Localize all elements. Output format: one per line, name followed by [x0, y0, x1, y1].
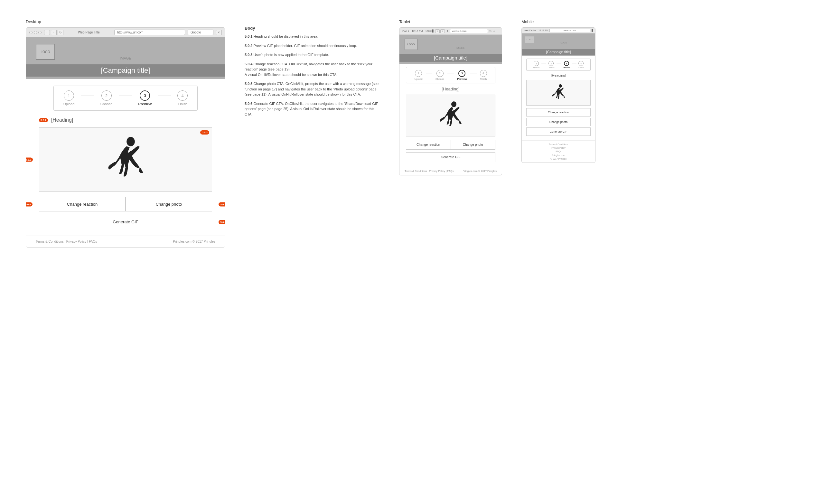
- step-circle-1: 1: [64, 90, 74, 101]
- mobile-change-reaction-btn[interactable]: Change reaction: [526, 108, 591, 116]
- change-reaction-button[interactable]: Change reaction: [39, 197, 125, 211]
- tablet-step-2: 2 Choose: [435, 70, 444, 81]
- search-bar[interactable]: Google: [188, 30, 213, 35]
- mobile-step-2: 2 Choose: [548, 61, 554, 69]
- mobile-silhouette-icon: [549, 81, 568, 104]
- tablet-footer-left: Terms & Conditions | Privacy Policy | FA…: [405, 170, 453, 173]
- step-1: 1 Upload: [64, 90, 75, 106]
- tablet-gif-box: [406, 95, 495, 136]
- step-2: 2 Choose: [100, 90, 113, 106]
- step-label-1: Upload: [64, 102, 75, 106]
- close-button[interactable]: ✕: [216, 30, 222, 35]
- mobile-campaign-title: [Campaign title]: [522, 49, 595, 55]
- mobile-footer: Terms & Conditions Privacy Policy FAQs P…: [522, 140, 595, 163]
- steps-row: 1 Upload 2 Choose 3 Preview: [54, 86, 198, 111]
- mobile-footer-line5: © 2017 Pringles: [525, 157, 592, 161]
- gif-badge: 5.0.2: [26, 158, 33, 162]
- mobile-image-label: IMAGE: [560, 41, 568, 44]
- mobile-step-label-2: Choose: [548, 67, 554, 69]
- refresh-button[interactable]: ↻: [58, 30, 64, 35]
- tablet-step-label-4: Finish: [480, 78, 487, 81]
- body-item-num-504: 5.0.4: [245, 62, 252, 66]
- mobile-content: 1 Upload 2 Choose 3 Preview: [522, 56, 595, 140]
- mobile-heading: [Heading]: [526, 73, 591, 77]
- url-bar[interactable]: http://www.url.com: [114, 30, 185, 35]
- tablet-step-circle-1: 1: [415, 70, 422, 77]
- steps-container: 1 Upload 2 Choose 3 Preview: [26, 79, 225, 114]
- body-item-505: 5.0.5 Change photo CTA. OnClick/Hit, pro…: [245, 81, 380, 97]
- image-label: IMAGE: [120, 56, 131, 60]
- body-item-num-505: 5.0.5: [245, 82, 252, 86]
- tablet-generate-gif-btn[interactable]: Generate GIF: [406, 152, 495, 162]
- tablet-step-circle-3: 3: [458, 70, 466, 77]
- body-item-502: 5.0.2 Preview GIF placeholder. GIF anima…: [245, 43, 380, 48]
- gif-preview-box: 5.0.2 5.0.3: [39, 127, 212, 192]
- change-photo-button[interactable]: Change photo: [125, 197, 212, 211]
- tablet-back-btn[interactable]: ‹: [435, 29, 440, 33]
- mobile-connector-1: [541, 63, 546, 64]
- silhouette-icon: [100, 134, 151, 185]
- body-item-text-502: Preview GIF placeholder. GIF animation s…: [253, 44, 357, 47]
- tablet-battery: 100%▊: [425, 30, 433, 32]
- tablet-step-label-3: Preview: [457, 78, 467, 81]
- mobile-section: Mobile •••••• Carrier 12:13 PM www.url.c…: [521, 19, 596, 163]
- mobile-step-circle-3: 3: [564, 61, 569, 66]
- mobile-step-label-4: Finish: [579, 67, 584, 69]
- tablet-refresh-icon[interactable]: ↻: [489, 30, 492, 33]
- body-item-text-503: User's photo is now applied to the GIF t…: [253, 53, 329, 57]
- browser-chrome: ‹ › ↻ Web Page Title http://www.url.com …: [26, 28, 225, 37]
- step-4: 4 Finish: [177, 90, 188, 106]
- back-button[interactable]: ‹: [44, 30, 50, 35]
- tablet-change-reaction-btn[interactable]: Change reaction: [406, 140, 451, 149]
- tablet-footer-right: Pringles.com © 2017 Pringles: [463, 170, 497, 173]
- tablet-step-3: 3 Preview: [457, 70, 467, 81]
- body-item-text-505: Change photo CTA. OnClick/Hit, prompts t…: [245, 82, 379, 96]
- mobile-step-4: 4 Finish: [579, 61, 584, 69]
- tablet-url-bar[interactable]: www.url.com: [450, 29, 488, 33]
- body-item-text-501: Heading should be displayed in this area…: [253, 34, 318, 38]
- campaign-title: [Campaign title]: [26, 64, 225, 77]
- tablet-browser-chrome: iPad ▾ 12:13 PM 100%▊ ‹ › ⬆ www.url.com …: [399, 28, 502, 35]
- body-item-num-503: 5.0.3: [245, 53, 252, 57]
- body-item-num-501: 5.0.1: [245, 34, 252, 38]
- forward-button[interactable]: ›: [51, 30, 57, 35]
- body-item-501: 5.0.1 Heading should be displayed in thi…: [245, 34, 380, 39]
- step-label-4: Finish: [178, 102, 187, 106]
- desktop-site-body: LOGO IMAGE [Campaign title] 1 Upload 2: [26, 37, 225, 247]
- tablet-bookmark-icon[interactable]: ☆: [493, 30, 495, 33]
- tablet-change-photo-btn[interactable]: Change photo: [451, 140, 496, 149]
- mobile-steps-row: 1 Upload 2 Choose 3 Preview: [526, 59, 591, 71]
- change-photo-badge: 5.0.5: [219, 202, 225, 206]
- mobile-url-bar[interactable]: www.url.com: [549, 29, 590, 32]
- tablet-step-4: 4 Finish: [480, 70, 487, 81]
- body-text-heading: Body: [245, 26, 380, 30]
- mobile-generate-gif-btn[interactable]: Generate GIF: [526, 127, 591, 136]
- desktop-section: Desktop ‹ › ↻ Web Page Title http://www.…: [26, 19, 225, 247]
- browser-dot-3: [38, 31, 41, 34]
- tablet-content: 1 Upload 2 Choose 3 Preview: [399, 64, 502, 167]
- tablet-mobile-cols: Tablet iPad ▾ 12:13 PM 100%▊ ‹ › ⬆ www: [399, 19, 798, 175]
- tablet-share-icon[interactable]: ⬆: [446, 30, 449, 33]
- generate-gif-button[interactable]: Generate GIF: [39, 215, 212, 229]
- mobile-site-header: LOGO IMAGE [Campaign title]: [522, 33, 595, 56]
- mobile-footer-line4: Pringles.com: [525, 154, 592, 157]
- body-item-504: 5.0.4 Change reaction CTA. OnClick/Hit, …: [245, 62, 380, 78]
- mobile-step-circle-2: 2: [548, 61, 554, 66]
- mobile-connector-3: [572, 63, 577, 64]
- mobile-step-circle-4: 4: [579, 61, 584, 66]
- tablet-forward-btn[interactable]: ›: [440, 29, 445, 33]
- tablet-time: iPad ▾: [402, 30, 409, 32]
- tablet-connector-1: [426, 73, 432, 73]
- step-3: 3 Preview: [138, 90, 152, 106]
- tablet-connector-3: [470, 73, 477, 73]
- heading-badge: 5.0.1: [39, 118, 48, 122]
- tablet-menu-icon[interactable]: ⋮: [496, 30, 499, 33]
- mobile-change-photo-btn[interactable]: Change photo: [526, 118, 591, 126]
- mobile-step-label-3: Preview: [563, 67, 571, 69]
- tablet-step-1: 1 Upload: [414, 70, 422, 81]
- body-item-num-506: 5.0.6: [245, 102, 252, 106]
- tablet-cta-row: Change reaction Change photo: [406, 140, 495, 149]
- body-item-506: 5.0.6 Generate GIF CTA. OnClick/Hit, the…: [245, 101, 380, 117]
- right-section: Tablet iPad ▾ 12:13 PM 100%▊ ‹ › ⬆ www: [399, 19, 798, 247]
- mobile-time: 12:13 PM: [538, 29, 548, 31]
